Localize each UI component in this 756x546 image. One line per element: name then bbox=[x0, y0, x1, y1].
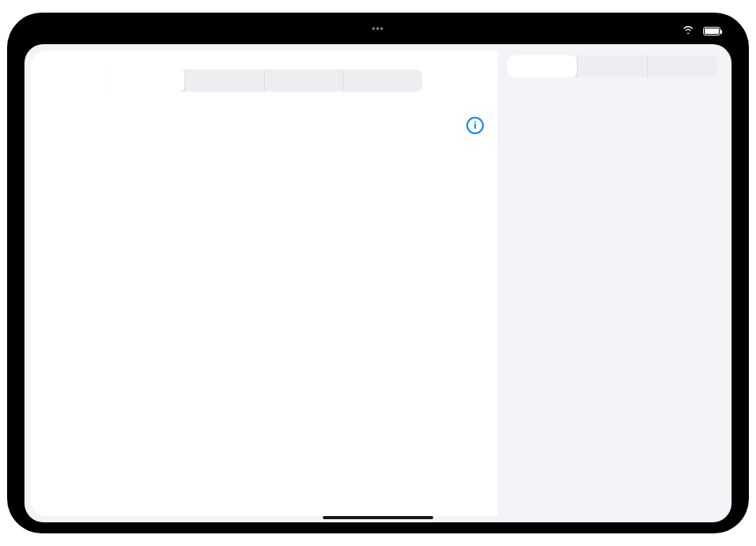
detail-tab-amount[interactable] bbox=[577, 55, 647, 77]
main-panel: i bbox=[31, 50, 498, 516]
detail-segmented-control[interactable] bbox=[507, 55, 717, 77]
summary-metrics bbox=[45, 98, 484, 125]
battery-icon bbox=[703, 27, 720, 36]
detail-tab-stages[interactable] bbox=[507, 55, 577, 77]
range-tab-6months[interactable] bbox=[343, 69, 422, 92]
home-indicator[interactable] bbox=[323, 516, 433, 519]
range-tab-week[interactable] bbox=[185, 69, 264, 92]
metric-time-in-bed bbox=[45, 98, 203, 125]
device-frame: ••• bbox=[7, 13, 749, 533]
range-segmented-control[interactable] bbox=[107, 69, 422, 92]
detail-tab-deviation[interactable] bbox=[647, 55, 717, 77]
app-screen: i bbox=[24, 44, 732, 522]
metric-time-asleep bbox=[250, 98, 408, 125]
sidebar-panel bbox=[498, 44, 732, 522]
sleep-hypnogram-chart[interactable] bbox=[45, 130, 484, 511]
status-bar bbox=[42, 24, 720, 38]
range-tab-day[interactable] bbox=[107, 69, 185, 92]
range-tab-month[interactable] bbox=[264, 69, 343, 92]
wifi-icon bbox=[683, 25, 694, 36]
